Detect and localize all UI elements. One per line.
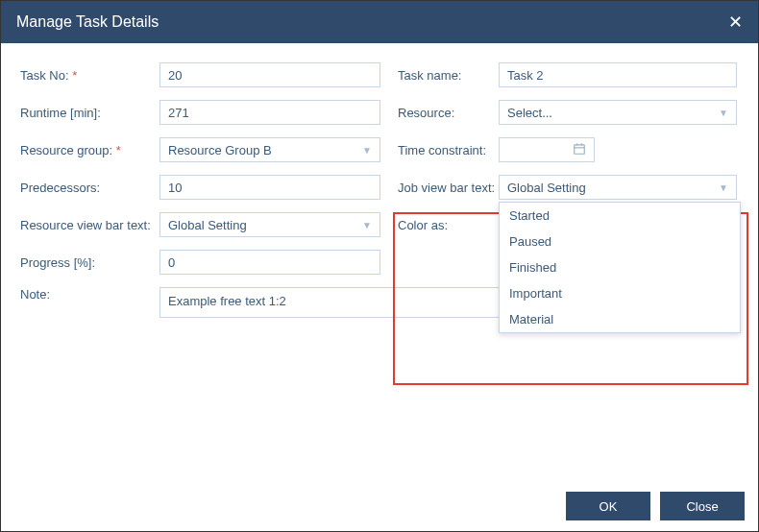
job-view-bar-select[interactable]: Global Setting ▼	[499, 175, 737, 200]
chevron-down-icon: ▼	[362, 220, 372, 230]
task-name-input[interactable]: Task 2	[499, 62, 737, 87]
chevron-down-icon: ▼	[362, 145, 372, 156]
time-constraint-wrapper	[499, 137, 737, 162]
progress-value: 0	[168, 255, 175, 270]
resource-view-bar-select[interactable]: Global Setting ▼	[159, 212, 380, 237]
predecessors-value: 10	[168, 181, 182, 195]
label-time-constraint: Time constraint:	[398, 143, 499, 157]
note-value: Example free text 1:2	[168, 294, 286, 308]
label-color-as: Color as:	[398, 218, 499, 232]
task-no-input[interactable]: 20	[159, 62, 380, 87]
runtime-input[interactable]: 271	[159, 100, 380, 125]
runtime-value: 271	[168, 106, 189, 120]
task-name-value: Task 2	[507, 68, 544, 83]
label-resource-view-bar: Resource view bar text:	[20, 218, 159, 232]
label-note: Note:	[20, 287, 159, 302]
task-no-value: 20	[168, 68, 182, 83]
progress-input[interactable]: 0	[159, 250, 380, 275]
resource-select[interactable]: Select... ▼	[499, 100, 737, 125]
dialog-title: Manage Task Details	[16, 13, 159, 31]
calendar-icon	[573, 142, 586, 158]
close-button[interactable]: Close	[660, 492, 745, 520]
predecessors-input[interactable]: 10	[159, 175, 380, 200]
color-option-important[interactable]: Important	[500, 280, 740, 306]
label-task-no: Task No:	[20, 68, 159, 83]
dialog-content: Task No: 20 Task name: Task 2 Runtime [m…	[1, 43, 758, 481]
color-option-started[interactable]: Started	[500, 203, 740, 229]
color-option-finished[interactable]: Finished	[500, 254, 740, 280]
dialog-titlebar: Manage Task Details ✕	[1, 1, 758, 43]
time-constraint-input[interactable]	[499, 137, 595, 162]
close-icon[interactable]: ✕	[728, 12, 743, 33]
job-view-bar-value: Global Setting	[507, 181, 586, 195]
chevron-down-icon: ▼	[719, 182, 728, 193]
resource-group-value: Resource Group B	[168, 143, 272, 157]
svg-rect-0	[575, 144, 585, 153]
resource-view-bar-value: Global Setting	[168, 218, 247, 232]
chevron-down-icon: ▼	[719, 108, 728, 118]
dialog-footer: OK Close	[1, 481, 758, 531]
label-predecessors: Predecessors:	[20, 181, 159, 195]
ok-button[interactable]: OK	[566, 492, 650, 520]
label-progress: Progress [%]:	[20, 255, 159, 270]
resource-value: Select...	[507, 106, 552, 120]
label-runtime: Runtime [min]:	[20, 106, 159, 120]
label-resource-group: Resource group:	[20, 143, 159, 157]
label-job-view-bar: Job view bar text:	[398, 181, 499, 195]
label-resource: Resource:	[398, 106, 499, 120]
resource-group-select[interactable]: Resource Group B ▼	[159, 137, 380, 162]
color-option-material[interactable]: Material	[500, 306, 740, 332]
color-as-dropdown: Started Paused Finished Important Materi…	[499, 202, 741, 333]
color-option-paused[interactable]: Paused	[500, 229, 740, 254]
label-task-name: Task name:	[398, 68, 499, 83]
